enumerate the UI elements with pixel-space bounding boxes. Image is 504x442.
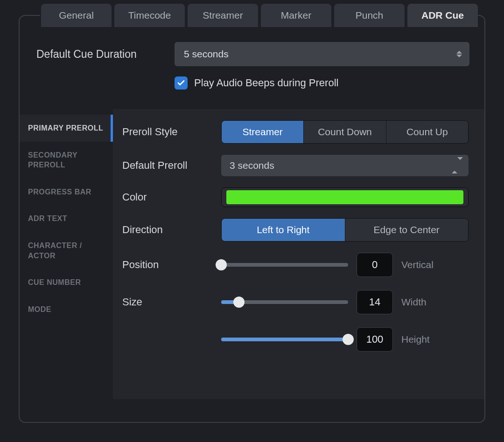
preroll-style-countup[interactable]: Count Up	[386, 121, 468, 143]
stepper-arrows-icon	[456, 49, 463, 59]
size-width-value[interactable]: 14	[357, 290, 393, 314]
default-preroll-label: Default Preroll	[122, 159, 211, 172]
check-icon	[177, 79, 185, 87]
position-label: Position	[122, 259, 211, 271]
preroll-style-streamer[interactable]: Streamer	[222, 121, 304, 143]
preroll-style-segmented: Streamer Count Down Count Up	[221, 120, 469, 144]
content-area: Preroll Style Streamer Count Down Count …	[113, 109, 484, 399]
settings-panel: Default Cue Duration 5 seconds Play Audi…	[19, 15, 485, 423]
play-beeps-label: Play Audio Beeps during Preroll	[194, 77, 338, 89]
size-width-slider[interactable]	[221, 300, 348, 304]
size-height-value[interactable]: 100	[357, 327, 393, 352]
direction-edge-center[interactable]: Edge to Center	[345, 219, 469, 241]
tab-streamer[interactable]: Streamer	[188, 4, 258, 27]
size-height-row: 100 Height	[122, 327, 469, 352]
position-vertical-slider[interactable]	[221, 263, 348, 267]
default-preroll-row: Default Preroll 3 seconds	[122, 155, 469, 176]
tab-marker[interactable]: Marker	[261, 4, 331, 27]
sidebar-item-mode[interactable]: MODE	[20, 296, 113, 323]
position-row: Position 0 Vertical	[122, 253, 469, 277]
sidebar-item-cue-number[interactable]: CUE NUMBER	[20, 269, 113, 296]
sidebar-item-character-actor[interactable]: CHARACTER / ACTOR	[20, 232, 113, 269]
default-cue-duration-label: Default Cue Duration	[36, 48, 160, 61]
sidebar-item-progress-bar[interactable]: PROGRESS BAR	[20, 179, 113, 206]
size-height-sublabel: Height	[401, 334, 441, 345]
preroll-style-label: Preroll Style	[122, 126, 211, 138]
size-height-slider[interactable]	[221, 338, 348, 341]
color-well[interactable]	[221, 187, 469, 207]
sidebar-item-secondary-preroll[interactable]: SECONDARY PREROLL	[20, 142, 113, 179]
sidebar-item-adr-text[interactable]: ADR TEXT	[20, 205, 113, 232]
default-cue-duration-dropdown[interactable]: 5 seconds	[175, 42, 469, 66]
color-swatch	[226, 190, 463, 204]
preroll-style-row: Preroll Style Streamer Count Down Count …	[122, 120, 469, 144]
color-row: Color	[122, 187, 469, 207]
size-width-sublabel: Width	[401, 297, 441, 308]
tab-general[interactable]: General	[41, 4, 112, 27]
direction-ltr[interactable]: Left to Right	[222, 219, 345, 241]
sidebar: PRIMARY PREROLL SECONDARY PREROLL PROGRE…	[20, 109, 113, 399]
direction-label: Direction	[122, 224, 211, 236]
tab-adr-cue[interactable]: ADR Cue	[407, 4, 478, 27]
color-label: Color	[122, 191, 211, 203]
size-width-row: Size 14 Width	[122, 290, 469, 314]
default-cue-duration-row: Default Cue Duration 5 seconds	[20, 42, 484, 66]
preroll-style-countdown[interactable]: Count Down	[304, 121, 386, 143]
play-beeps-checkbox[interactable]	[175, 76, 188, 90]
direction-segmented: Left to Right Edge to Center	[221, 218, 469, 242]
default-preroll-value: 3 seconds	[230, 160, 274, 171]
direction-row: Direction Left to Right Edge to Center	[122, 218, 469, 242]
stepper-arrows-icon	[452, 160, 463, 171]
default-preroll-dropdown[interactable]: 3 seconds	[221, 155, 469, 176]
position-vertical-sublabel: Vertical	[401, 259, 441, 270]
play-beeps-row: Play Audio Beeps during Preroll	[20, 76, 484, 90]
tab-punch[interactable]: Punch	[334, 4, 405, 27]
default-cue-duration-value: 5 seconds	[184, 48, 229, 60]
sidebar-item-primary-preroll[interactable]: PRIMARY PREROLL	[20, 115, 113, 142]
position-vertical-value[interactable]: 0	[357, 253, 393, 277]
size-label: Size	[122, 296, 211, 308]
main-tabbar: General Timecode Streamer Marker Punch A…	[0, 0, 504, 27]
tab-timecode[interactable]: Timecode	[114, 4, 185, 27]
